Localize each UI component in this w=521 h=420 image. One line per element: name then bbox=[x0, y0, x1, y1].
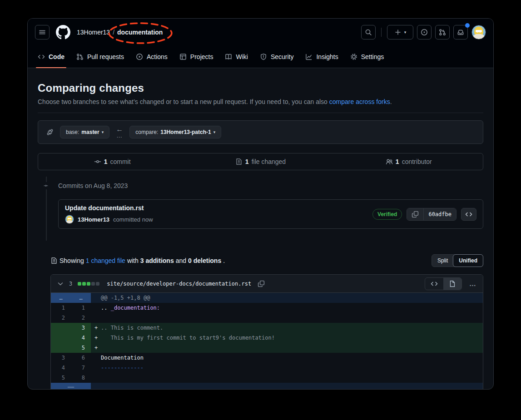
repo-name[interactable]: documentation bbox=[117, 29, 163, 36]
tab-settings[interactable]: Settings bbox=[346, 46, 389, 68]
commit-author-avatar[interactable] bbox=[65, 215, 74, 224]
stat-contributor[interactable]: 1contributor bbox=[335, 158, 483, 165]
line-number-old[interactable]: 3 bbox=[51, 353, 71, 363]
commit-author[interactable]: 13Homer13 bbox=[78, 216, 109, 223]
source-view-button[interactable] bbox=[425, 278, 443, 290]
expand-hunk-button[interactable]: ┄┄ bbox=[51, 383, 91, 390]
diff-context-row: 11.. _documentation: bbox=[51, 303, 483, 313]
compare-across-forks-link[interactable]: compare across forks bbox=[329, 98, 390, 105]
commits-section: Commits on Aug 8, 2023 Update documentat… bbox=[38, 175, 483, 241]
line-number-old[interactable] bbox=[51, 333, 71, 343]
tab-pull-requests[interactable]: Pull requests bbox=[72, 46, 129, 68]
collapse-file-button[interactable] bbox=[55, 280, 65, 287]
github-window: 13Homer13 / documentation ▾ CodePull req… bbox=[27, 18, 494, 390]
main-content: Comparing changes Choose two branches to… bbox=[28, 68, 493, 390]
pull-requests-button[interactable] bbox=[435, 25, 450, 40]
tab-code[interactable]: Code bbox=[33, 46, 69, 68]
hamburger-menu-button[interactable] bbox=[35, 25, 50, 40]
table-icon bbox=[179, 53, 187, 60]
shield-icon bbox=[260, 53, 267, 60]
tab-projects[interactable]: Projects bbox=[175, 46, 218, 68]
changed-file-link[interactable]: 1 changed file bbox=[86, 257, 125, 264]
rich-diff-button[interactable] bbox=[443, 278, 461, 290]
commit-time: committed now bbox=[113, 216, 153, 223]
copy-icon bbox=[258, 280, 265, 287]
line-number-old[interactable]: 5 bbox=[51, 373, 71, 383]
line-number-old[interactable]: 2 bbox=[51, 313, 71, 323]
tab-label: Projects bbox=[190, 53, 213, 60]
base-branch-button[interactable]: base: master ▾ bbox=[60, 126, 109, 138]
tab-security[interactable]: Security bbox=[255, 46, 298, 68]
base-branch-name: master bbox=[81, 129, 99, 135]
caret-down-icon: ▾ bbox=[213, 130, 216, 134]
search-button[interactable] bbox=[361, 25, 376, 40]
create-new-button[interactable]: ▾ bbox=[387, 25, 413, 40]
tab-label: Code bbox=[49, 53, 65, 60]
issue-opened-icon bbox=[421, 29, 428, 36]
commit-title[interactable]: Update documentation.rst bbox=[65, 204, 153, 212]
source-rich-toggle bbox=[425, 277, 462, 290]
summary-additions: 3 additions bbox=[140, 257, 174, 264]
code-line[interactable]: ------------- bbox=[91, 363, 483, 373]
compare-branch-button[interactable]: compare: 13Homer13-patch-1 ▾ bbox=[129, 126, 221, 138]
copy-path-button[interactable] bbox=[258, 280, 265, 287]
page-subtitle: Choose two branches to see what’s change… bbox=[38, 98, 483, 105]
code-segment: .. bbox=[101, 305, 111, 311]
line-number-old[interactable]: 4 bbox=[51, 363, 71, 373]
three-bars-icon bbox=[39, 29, 46, 36]
unified-view-button[interactable]: Unified bbox=[453, 254, 483, 267]
stat-commit[interactable]: 1commit bbox=[38, 158, 186, 165]
diff-squares bbox=[78, 282, 99, 286]
summary-and: and bbox=[176, 257, 186, 264]
code-line[interactable]: + bbox=[91, 343, 483, 353]
tab-wiki[interactable]: Wiki bbox=[220, 46, 252, 68]
copy-sha-button[interactable] bbox=[407, 208, 423, 220]
file-path[interactable]: site/source/developer-docs/documentation… bbox=[107, 281, 251, 287]
commits-date-heading: Commits on Aug 8, 2023 bbox=[58, 182, 483, 189]
code-line[interactable]: .. _documentation: bbox=[91, 303, 483, 313]
line-number-old[interactable]: 1 bbox=[51, 303, 71, 313]
line-number-old[interactable] bbox=[51, 323, 71, 333]
issues-button[interactable] bbox=[417, 25, 432, 40]
compare-branch-name: 13Homer13-patch-1 bbox=[160, 129, 211, 135]
line-number-new[interactable]: 2 bbox=[71, 313, 91, 323]
book-icon bbox=[225, 53, 232, 60]
diff-square-neutral bbox=[96, 282, 99, 286]
github-logo[interactable] bbox=[56, 25, 70, 40]
hunk-gutter-old[interactable]: … bbox=[51, 293, 71, 303]
line-number-new[interactable]: 5 bbox=[71, 343, 91, 353]
diff-square-add bbox=[82, 282, 86, 286]
page-title: Comparing changes bbox=[38, 82, 483, 94]
line-number-new[interactable]: 4 bbox=[71, 333, 91, 343]
verified-badge[interactable]: Verified bbox=[372, 209, 402, 220]
split-view-button[interactable]: Split bbox=[432, 255, 453, 267]
code-line[interactable] bbox=[91, 373, 483, 383]
diff-context-row: 22 bbox=[51, 313, 483, 323]
code-line[interactable]: + This is my first commit to start9's do… bbox=[91, 333, 483, 343]
browse-code-button[interactable] bbox=[461, 208, 476, 221]
diff-added-row: 5+ bbox=[51, 343, 483, 353]
line-number-new[interactable]: 8 bbox=[71, 373, 91, 383]
user-avatar[interactable] bbox=[471, 25, 486, 40]
line-number-new[interactable]: 7 bbox=[71, 363, 91, 373]
hunk-header-text: @@ -1,5 +1,8 @@ bbox=[91, 293, 483, 303]
line-number-new[interactable]: 6 bbox=[71, 353, 91, 363]
code-icon bbox=[38, 53, 45, 60]
stat-value: 1 bbox=[396, 158, 399, 165]
kebab-menu-button[interactable]: … bbox=[467, 280, 478, 287]
breadcrumb-owner[interactable]: 13Homer13 bbox=[77, 29, 110, 36]
hunk-gutter-new[interactable]: … bbox=[71, 293, 91, 303]
diff-body: ……@@ -1,5 +1,8 @@11.. _documentation:223… bbox=[51, 293, 483, 390]
code-line[interactable]: Documentation bbox=[91, 353, 483, 363]
tab-insights[interactable]: Insights bbox=[301, 46, 342, 68]
code-line[interactable] bbox=[91, 313, 483, 323]
line-number-new[interactable]: 3 bbox=[71, 323, 91, 333]
breadcrumb-repo[interactable]: documentation bbox=[117, 29, 163, 36]
line-number-new[interactable]: 1 bbox=[71, 303, 91, 313]
tab-actions[interactable]: Actions bbox=[131, 46, 172, 68]
commit-sha-link[interactable]: 60adfbe bbox=[423, 208, 456, 220]
stat-file-changed[interactable]: 1file changed bbox=[186, 158, 334, 165]
code-line[interactable]: +.. This is comment. bbox=[91, 323, 483, 333]
line-number-old[interactable] bbox=[51, 343, 71, 353]
people-icon bbox=[386, 158, 393, 165]
